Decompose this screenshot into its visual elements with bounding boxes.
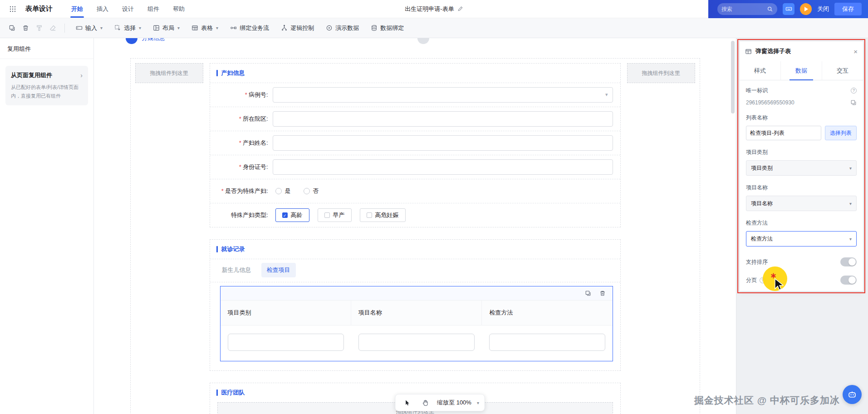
chip-preterm[interactable]: 早产 [318,208,352,222]
help-icon[interactable]: ? [760,277,765,283]
delete-button[interactable] [19,22,32,34]
tool-logic-control[interactable]: 逻辑控制 [275,21,319,35]
layout-icon [153,25,160,31]
required-mark: * [239,163,241,170]
chevron-right-icon: › [80,72,83,79]
chevron-down-icon: ▾ [849,166,852,171]
demo-data-icon [326,25,333,31]
shortcut-keyboard-button[interactable] [783,3,794,15]
menu-help[interactable]: 帮助 [166,0,191,18]
tool-layout-dropdown[interactable]: 布局 ▾ [147,21,185,35]
scrollbar-thumb[interactable] [731,41,735,113]
hospital-area-input[interactable] [273,111,613,127]
table-cell-input[interactable] [489,334,605,351]
tool-data-binding[interactable]: 数据绑定 [365,21,409,35]
section-title: 产妇信息 [221,69,245,77]
app-launcher-button[interactable] [6,3,19,15]
category-field-label: 项目类别 [746,148,768,156]
format-painter-icon [36,25,43,31]
play-icon [804,7,808,11]
zoom-level[interactable]: 缩放至 100% [437,399,471,407]
reuse-components-card[interactable]: 从页面复用组件 › 从已配好的表单/列表/详情页面内，直接复用已有组件 [5,66,88,105]
step-label: 分娩信息 [142,38,165,42]
tool-table-dropdown[interactable]: 表格 ▾ [186,21,224,35]
duplicate-button[interactable] [5,22,18,34]
reuse-card-desc: 从已配好的表单/列表/详情页面内，直接复用已有组件 [11,83,83,100]
tab-newborn-info[interactable]: 新生儿信息 [216,263,257,277]
sort-toggle[interactable] [840,257,857,266]
hand-tool-button[interactable] [419,396,432,409]
edit-pencil-icon[interactable] [457,6,463,12]
menu-design[interactable]: 设计 [115,0,141,18]
method-select-focused[interactable]: 检查方法 ▾ [746,231,857,246]
radio-yes[interactable]: 是 [275,187,291,195]
tool-input-dropdown[interactable]: 输入 ▾ [70,21,108,35]
radio-icon [275,188,282,194]
copy-icon [585,290,591,296]
logic-icon [281,25,288,31]
section-maternal-info: 产妇信息 *病例号: ▾ *所在院区: *产妇姓名: [210,63,621,227]
checkbox-icon [324,212,330,218]
close-icon[interactable]: × [853,48,858,55]
step-next[interactable] [417,38,429,44]
name-select[interactable]: 项目名称 ▾ [746,196,857,211]
section-title: 医疗团队 [221,389,245,397]
dropzone-left[interactable]: 拖拽组件到这里 [135,63,203,83]
topbar-right: 关闭 保存 [708,0,868,18]
close-button[interactable]: 关闭 [817,5,829,13]
category-select[interactable]: 项目类别 ▾ [746,160,857,176]
chevron-down-icon[interactable]: ▾ [477,400,479,405]
cursor-icon [404,399,411,406]
left-sidebar: 复用组件 从页面复用组件 › 从已配好的表单/列表/详情页面内，直接复用已有组件 [0,38,94,414]
pagination-toggle[interactable] [840,276,857,285]
sort-toggle-label: 支持排序 [746,258,768,266]
database-icon [371,25,378,31]
case-number-select[interactable]: ▾ [273,87,613,103]
preview-play-button[interactable] [800,3,812,15]
eraser-button[interactable] [46,22,59,34]
id-number-input[interactable] [273,159,613,175]
chevron-down-icon: ▾ [849,237,852,242]
list-name-input[interactable] [746,126,821,140]
topbar-left: 表单设计 [0,3,53,15]
required-mark: * [239,139,241,146]
tab-data[interactable]: 数据 [780,61,822,80]
step-delivery-info[interactable]: 分娩信息 [126,38,165,44]
radio-no[interactable]: 否 [304,187,319,195]
chip-high-risk[interactable]: 高危妊娠 [360,208,406,222]
panel-title: 弹窗选择子表 [755,47,850,55]
tool-select-dropdown[interactable]: 选择 ▾ [109,21,147,35]
grid-icon [9,5,16,13]
menu-start[interactable]: 开始 [64,0,90,18]
chip-advanced-age[interactable]: ✓高龄 [275,208,309,222]
topbar: 表单设计 开始 插入 设计 组件 帮助 出生证明申请-表单 关闭 保存 [0,0,868,18]
tab-check-items[interactable]: 检查项目 [261,263,296,277]
menu-insert[interactable]: 插入 [90,0,115,18]
menu-components[interactable]: 组件 [141,0,166,18]
search-input[interactable] [721,6,762,12]
table-cell-input[interactable] [358,334,475,351]
copy-id-icon[interactable] [850,99,857,106]
ribbon-divider [64,24,65,33]
step-circle [126,38,137,44]
table-row [221,325,613,361]
tool-demo-data[interactable]: 演示数据 [320,21,364,35]
format-painter-button[interactable] [33,22,45,34]
delete-component-button[interactable] [598,289,607,298]
app-title: 表单设计 [25,5,53,13]
save-button[interactable]: 保存 [834,3,862,15]
required-mark: * [239,115,241,122]
assistant-button[interactable] [843,385,862,404]
select-list-button[interactable]: 选择列表 [825,126,857,140]
mother-name-input[interactable] [273,135,613,151]
unique-id-label: 唯一标识 [746,87,768,94]
pointer-tool-button[interactable] [401,396,413,409]
table-cell-input[interactable] [228,334,344,351]
tab-style[interactable]: 样式 [740,61,780,80]
copy-component-button[interactable] [584,289,593,298]
tab-interaction[interactable]: 交互 [822,61,863,80]
subtable-component-selected[interactable]: 项目类别 项目名称 检查方法 [220,286,613,361]
tool-bind-flow[interactable]: 绑定业务流 [225,21,275,35]
help-icon[interactable]: ? [851,88,857,94]
dropzone-right[interactable]: 拖拽组件到这里 [627,63,695,83]
